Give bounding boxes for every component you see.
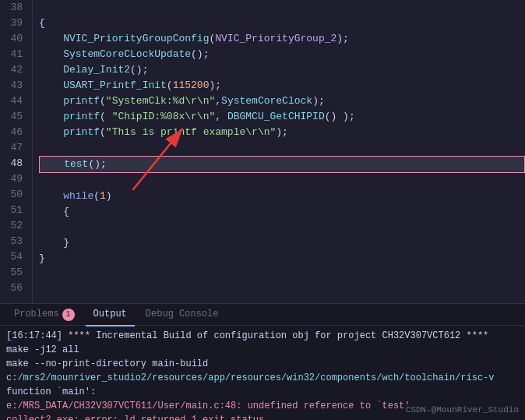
output-line: [16:17:44] **** Incremental Build of con… — [6, 329, 519, 343]
line-number-43: 43 — [6, 78, 23, 94]
code-line-53: } — [39, 235, 525, 251]
tab-problems[interactable]: Problems1 — [6, 303, 83, 326]
line-number-39: 39 — [6, 16, 23, 31]
line-number-50: 50 — [6, 187, 23, 203]
line-number-48: 48 — [6, 156, 23, 171]
code-line-46: printf("This is printf example\r\n"); — [39, 125, 525, 140]
code-line-47 — [39, 140, 525, 156]
code-line-43: USART_Printf_Init(115200); — [39, 78, 525, 94]
code-line-39: { — [39, 16, 525, 31]
code-line-55 — [39, 266, 525, 282]
line-number-46: 46 — [6, 125, 23, 140]
line-numbers: 38394041424344454647484950515253545556 — [0, 0, 33, 303]
code-line-48: test(); — [39, 156, 525, 173]
code-line-42: Delay_Init2(); — [39, 62, 525, 78]
line-number-53: 53 — [6, 234, 23, 249]
output-line: c:/mrs2/mounriver_studio2/resources/app/… — [6, 371, 519, 385]
editor-area: 38394041424344454647484950515253545556 {… — [0, 0, 525, 303]
code-line-38 — [39, 0, 525, 16]
code-container: 38394041424344454647484950515253545556 {… — [0, 0, 525, 303]
code-line-45: printf( "ChipID:%08x\r\n", DBGMCU_GetCHI… — [39, 109, 525, 125]
output-line: make --no-print-directory main-build — [6, 357, 519, 371]
code-line-56 — [39, 282, 525, 298]
code-line-52 — [39, 220, 525, 235]
line-number-42: 42 — [6, 62, 23, 78]
line-number-55: 55 — [6, 265, 23, 281]
panel-tabs: Problems1OutputDebug Console — [0, 304, 525, 326]
tab-debug-console[interactable]: Debug Console — [138, 303, 227, 326]
output-line: function `main': — [6, 385, 519, 399]
line-number-45: 45 — [6, 109, 23, 125]
line-number-47: 47 — [6, 140, 23, 156]
code-line-41: SystemCoreCLockUpdate(); — [39, 47, 525, 62]
tab-output[interactable]: Output — [86, 303, 135, 326]
code-line-54: } — [39, 251, 525, 266]
line-number-44: 44 — [6, 94, 23, 109]
code-line-40: NVIC_PriorityGroupConfig(NVIC_PriorityGr… — [39, 31, 525, 47]
line-number-40: 40 — [6, 31, 23, 47]
code-line-50: while(1) — [39, 189, 525, 204]
line-number-41: 41 — [6, 47, 23, 62]
line-number-38: 38 — [6, 0, 23, 16]
line-number-49: 49 — [6, 171, 23, 187]
code-content: { NVIC_PriorityGroupConfig(NVIC_Priority… — [33, 0, 525, 303]
bottom-panel: Problems1OutputDebug Console [16:17:44] … — [0, 303, 525, 420]
code-line-51: { — [39, 204, 525, 220]
output-line: make -j12 all — [6, 343, 519, 357]
code-line-44: printf("SystemClk:%d\r\n",SystemCoreCloc… — [39, 94, 525, 109]
watermark: CSDN-@MounRiver_Studio — [406, 403, 519, 417]
line-number-54: 54 — [6, 249, 23, 265]
tab-badge-problems: 1 — [62, 309, 75, 321]
line-number-56: 56 — [6, 281, 23, 296]
line-number-52: 52 — [6, 218, 23, 234]
code-line-49 — [39, 173, 525, 189]
panel-output: [16:17:44] **** Incremental Build of con… — [0, 326, 525, 420]
line-number-51: 51 — [6, 203, 23, 218]
